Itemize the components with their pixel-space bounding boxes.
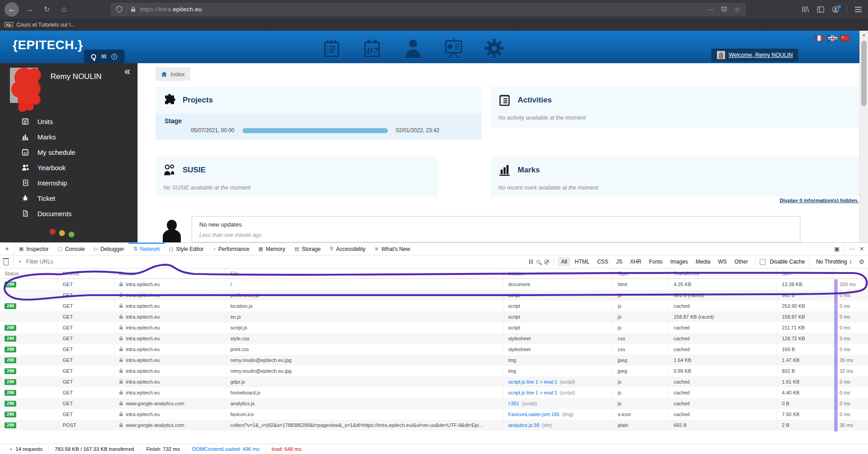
- tab-storage[interactable]: ▤Storage: [290, 243, 325, 255]
- account-icon[interactable]: [832, 6, 839, 13]
- column-header-method[interactable]: Method: [58, 269, 115, 278]
- tab-network[interactable]: ⇅Network: [129, 243, 164, 255]
- forward-button[interactable]: →: [23, 5, 36, 14]
- welcome-user-button[interactable]: Welcome, Remy NOULIN: [712, 49, 798, 61]
- network-request-row[interactable]: 200GETintra.epitech.eulocation.jsscriptj…: [0, 301, 868, 311]
- scrollbar-up-arrow[interactable]: ▲: [860, 31, 868, 37]
- page-scrollbar[interactable]: ▲: [859, 31, 868, 242]
- network-request-row[interactable]: 200GETintra.epitech.euremy.noulin@epitec…: [0, 366, 868, 376]
- column-header-waterfall[interactable]: [833, 269, 868, 278]
- stage-project-row[interactable]: Stage 05/07/2021, 00:00 02/01/2022, 23:4…: [156, 114, 482, 140]
- search-icon[interactable]: [537, 260, 540, 264]
- network-request-row[interactable]: GETintra.epitech.euen.jsscriptjs158.87 K…: [0, 311, 868, 322]
- pause-traffic-icon[interactable]: [529, 259, 533, 264]
- alert-exclamation-icon[interactable]: !: [111, 54, 117, 60]
- sidebar-item-ticket[interactable]: Ticket: [0, 190, 138, 206]
- filter-js[interactable]: JS: [613, 257, 625, 266]
- bookmark-star-icon[interactable]: ☆: [735, 5, 740, 14]
- breadcrumb[interactable]: Index: [156, 67, 190, 81]
- sidebar-item-units[interactable]: Units: [0, 114, 138, 129]
- pocket-icon[interactable]: [721, 6, 727, 12]
- reload-button[interactable]: ↻: [41, 5, 53, 14]
- initiator-link[interactable]: script.js line 1 > eval:1: [508, 379, 557, 385]
- clear-requests-icon[interactable]: [4, 260, 9, 265]
- disable-cache-checkbox[interactable]: [760, 259, 766, 265]
- network-request-row[interactable]: 200GETintra.epitech.eu/documenthtml4.25 …: [0, 279, 868, 290]
- network-request-row[interactable]: 200GETintra.epitech.euprint.cssstyleshee…: [0, 344, 868, 355]
- french-flag-icon[interactable]: [814, 35, 824, 41]
- network-request-row[interactable]: 200GETwww.google-analytics.comanalytics.…: [0, 398, 868, 409]
- sidebar-item-documents[interactable]: Documents: [0, 206, 138, 221]
- network-request-row[interactable]: 200GETintra.epitech.eugdpr.jsscript.js l…: [0, 376, 868, 387]
- bookmark-item[interactable]: Cours et Tutoriels sur l...: [16, 22, 75, 28]
- filter-css[interactable]: CSS: [594, 257, 611, 266]
- throttling-dropdown[interactable]: No Throttling↕: [813, 259, 854, 265]
- initiator-link[interactable]: /:351: [508, 401, 519, 406]
- tab-performance[interactable]: ◔Performance: [208, 243, 254, 255]
- devtools-close-icon[interactable]: ✕: [859, 246, 864, 252]
- projects-title[interactable]: Projects: [183, 96, 213, 105]
- tab-console[interactable]: ▢Console: [53, 243, 89, 255]
- stage-label[interactable]: Stage: [156, 114, 482, 125]
- column-header-size[interactable]: Size: [777, 269, 833, 278]
- network-request-row[interactable]: 200POSTwww.google-analytics.comcollect?v…: [0, 420, 868, 431]
- sidebar-item-marks[interactable]: Marks: [0, 129, 138, 144]
- pick-element-icon[interactable]: ⌖: [0, 243, 14, 255]
- epitech-logo[interactable]: {EPITECH.}: [13, 38, 83, 52]
- library-icon[interactable]: [802, 6, 809, 13]
- tab-accessibility[interactable]: ⚲Accessibility: [325, 243, 370, 255]
- url-text[interactable]: https://intra.epitech.eu: [140, 6, 703, 13]
- tab-inspector[interactable]: ▣Inspector: [14, 243, 53, 255]
- column-header-file[interactable]: File: [226, 269, 504, 278]
- initiator-link[interactable]: FaviconLoader.jsm:165: [508, 412, 560, 417]
- display-hidden-info-link[interactable]: Display 0 information(s) hidden.: [588, 198, 859, 203]
- filter-fonts[interactable]: Fonts: [646, 257, 666, 266]
- lock-icon[interactable]: [131, 6, 136, 12]
- home-button[interactable]: ⌂: [58, 5, 70, 14]
- column-header-initiator[interactable]: Initiator: [504, 269, 613, 278]
- block-requests-icon[interactable]: [544, 259, 549, 264]
- network-request-row[interactable]: 200GETintra.epitech.euscript.jsscriptjsc…: [0, 322, 868, 333]
- activities-title[interactable]: Activities: [518, 96, 552, 105]
- profile-icon[interactable]: [403, 37, 424, 59]
- initiator-link[interactable]: script.js line 1 > eval:1: [508, 390, 557, 395]
- menu-icon[interactable]: [855, 9, 862, 10]
- tracking-shield-icon[interactable]: [116, 6, 122, 13]
- settings-gear-icon[interactable]: [484, 37, 505, 59]
- filter-xhr[interactable]: XHR: [627, 257, 644, 266]
- column-header-transferred[interactable]: Transferred: [669, 269, 777, 278]
- tab-what-s-new[interactable]: ※What's New: [370, 243, 415, 255]
- tab-debugger[interactable]: ▷Debugger: [89, 243, 129, 255]
- sidebar-item-yearbook[interactable]: Yearbook: [0, 160, 138, 175]
- column-header-domain[interactable]: Domain: [115, 269, 226, 278]
- filter-media[interactable]: Media: [693, 257, 714, 266]
- sidebar-item-internship[interactable]: Internship: [0, 175, 138, 190]
- english-flag-icon[interactable]: [827, 35, 828, 43]
- sidebar-collapse-button[interactable]: «: [124, 65, 130, 78]
- marks-title[interactable]: Marks: [518, 166, 540, 175]
- disable-cache-label[interactable]: Disable Cache: [770, 259, 805, 265]
- location-pin-icon[interactable]: [91, 54, 96, 59]
- network-settings-gear-icon[interactable]: ⚙: [859, 258, 864, 265]
- devtools-options-icon[interactable]: ⋯: [849, 246, 855, 252]
- network-request-row[interactable]: 200GETintra.epitech.eustyle.cssstyleshee…: [0, 333, 868, 344]
- network-request-row[interactable]: 200GETintra.epitech.euhomeboard.jsscript…: [0, 387, 868, 398]
- tab-style-editor[interactable]: { }Style Editor: [165, 243, 208, 255]
- column-header-status[interactable]: Status: [0, 269, 58, 278]
- initiator-link[interactable]: analytics.js:39: [508, 422, 539, 428]
- network-request-row[interactable]: 200GETintra.epitech.eufavicon.icoFavicon…: [0, 409, 868, 420]
- presentation-icon[interactable]: [443, 37, 465, 59]
- filter-images[interactable]: Images: [667, 257, 691, 266]
- calendar-07-icon[interactable]: 07: [362, 37, 383, 59]
- chinese-flag-icon[interactable]: ★: [840, 35, 850, 41]
- filter-html[interactable]: HTML: [572, 257, 593, 266]
- tab-memory[interactable]: ▦Memory: [254, 243, 290, 255]
- planner-icon[interactable]: [321, 37, 343, 59]
- responsive-design-icon[interactable]: ▣: [834, 246, 840, 252]
- filter-other[interactable]: Other: [731, 257, 751, 266]
- network-request-row[interactable]: 200GETintra.epitech.euremy.noulin@epitec…: [0, 355, 868, 366]
- susie-title[interactable]: SUSIE: [183, 166, 206, 175]
- scrollbar-thumb[interactable]: [861, 41, 867, 106]
- filter-ws[interactable]: WS: [715, 257, 730, 266]
- url-bar[interactable]: https://intra.epitech.eu ⋯ ☆: [111, 3, 746, 16]
